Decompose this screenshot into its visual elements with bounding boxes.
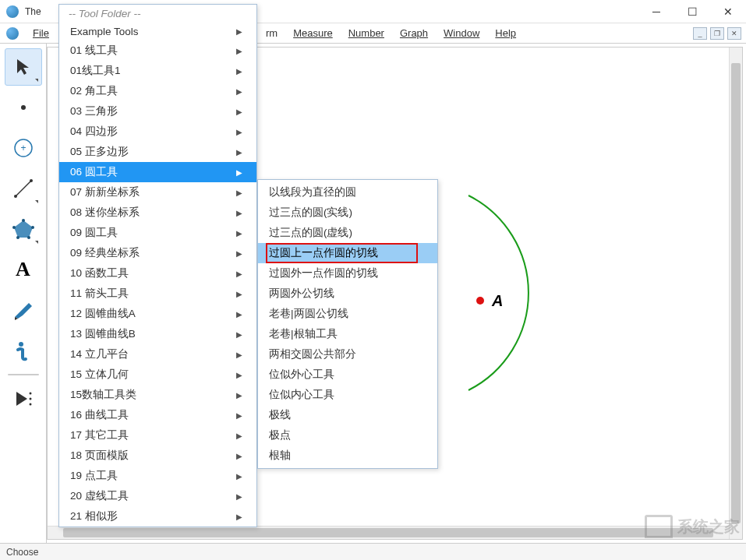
document-icon xyxy=(6,27,19,40)
menu-number[interactable]: Number xyxy=(341,23,392,43)
tools-menu-item[interactable]: 16 曲线工具▶ xyxy=(59,405,256,425)
tools-menu-item[interactable]: 21 相似形▶ xyxy=(59,506,256,527)
submenu-item[interactable]: 位似内心工具 xyxy=(258,385,437,405)
submenu-arrow-icon: ▶ xyxy=(236,431,242,440)
minimize-button[interactable]: ─ xyxy=(638,0,674,23)
info-tool[interactable] xyxy=(5,332,42,369)
maximize-button[interactable]: ☐ xyxy=(674,0,710,23)
submenu-item-label: 根轴 xyxy=(269,449,423,463)
submenu-item[interactable]: 过三点的圆(虚线) xyxy=(258,223,437,243)
mdi-minimize-button[interactable]: _ xyxy=(693,27,707,40)
mdi-restore-button[interactable]: ❐ xyxy=(710,27,724,40)
submenu-item[interactable]: 过圆上一点作圆的切线 xyxy=(258,243,437,263)
submenu-item-label: 过三点的圆(实线) xyxy=(269,206,423,220)
svg-point-16 xyxy=(476,297,484,305)
tools-menu-item[interactable]: 09 经典坐标系▶ xyxy=(59,243,256,263)
tools-menu-item[interactable]: 11 箭头工具▶ xyxy=(59,284,256,304)
custom-tool[interactable] xyxy=(5,380,42,417)
tools-menu-item[interactable]: 08 迷你坐标系▶ xyxy=(59,203,256,223)
svg-marker-6 xyxy=(14,220,33,238)
circle-tools-submenu: 以线段为直径的圆过三点的圆(实线)过三点的圆(虚线)过圆上一点作圆的切线过圆外一… xyxy=(257,179,438,469)
menu-item-label: 15 立体几何 xyxy=(70,368,217,382)
menu-transform[interactable]: rm xyxy=(258,23,285,43)
submenu-item-label: 位似外心工具 xyxy=(269,368,423,382)
submenu-arrow-icon: ▶ xyxy=(236,67,242,76)
menu-item-label: 01 线工具 xyxy=(70,44,217,58)
tools-menu-item[interactable]: 17 其它工具▶ xyxy=(59,425,256,446)
arrow-tool[interactable] xyxy=(5,48,42,86)
pentagon-icon xyxy=(12,217,35,241)
tools-menu-item[interactable]: 01线工具1▶ xyxy=(59,61,256,81)
tools-menu-item[interactable]: 09 圆工具▶ xyxy=(59,223,256,243)
submenu-item[interactable]: 极线 xyxy=(258,405,437,425)
submenu-item[interactable]: 两圆外公切线 xyxy=(258,284,437,304)
submenu-item[interactable]: 两相交圆公共部分 xyxy=(258,344,437,365)
tools-menu-item[interactable]: Example Tools▶ xyxy=(59,23,256,41)
submenu-item-label: 过圆上一点作圆的切线 xyxy=(269,246,423,260)
submenu-arrow-icon: ▶ xyxy=(236,391,242,400)
tools-menu-item[interactable]: 20 虚线工具▶ xyxy=(59,486,256,506)
menu-graph[interactable]: Graph xyxy=(392,23,436,43)
text-icon: A xyxy=(16,258,30,281)
mdi-close-button[interactable]: ✕ xyxy=(727,27,741,40)
dropdown-header: -- Tool Folder -- xyxy=(59,5,256,23)
point-icon xyxy=(14,98,33,117)
tools-menu-item[interactable]: 15数轴工具类▶ xyxy=(59,385,256,405)
menu-item-label: 16 曲线工具 xyxy=(70,408,217,422)
menu-item-label: Example Tools xyxy=(70,26,217,37)
submenu-item[interactable]: 老巷|根轴工具 xyxy=(258,324,437,344)
tools-menu-item[interactable]: 05 正多边形▶ xyxy=(59,142,256,162)
submenu-arrow-icon: ▶ xyxy=(236,188,242,197)
menu-help[interactable]: Help xyxy=(487,23,524,43)
vertical-scrollbar[interactable] xyxy=(729,48,742,539)
polygon-tool[interactable] xyxy=(5,210,42,248)
submenu-arrow-icon: ▶ xyxy=(236,350,242,359)
menu-item-label: 18 页面模版 xyxy=(70,449,217,463)
tools-menu-item[interactable]: 10 函数工具▶ xyxy=(59,263,256,284)
menu-item-label: 15数轴工具类 xyxy=(70,388,217,402)
tools-menu-item[interactable]: 19 点工具▶ xyxy=(59,466,256,486)
tools-menu-item[interactable]: 13 圆锥曲线B▶ xyxy=(59,324,256,344)
point-tool[interactable] xyxy=(5,89,42,126)
menu-item-label: 12 圆锥曲线A xyxy=(70,307,217,321)
submenu-item[interactable]: 根轴 xyxy=(258,446,437,466)
line-tool[interactable] xyxy=(5,170,42,207)
submenu-item[interactable]: 极点 xyxy=(258,425,437,446)
tools-menu-item[interactable]: 03 三角形▶ xyxy=(59,101,256,122)
submenu-item[interactable]: 位似外心工具 xyxy=(258,365,437,385)
menu-measure[interactable]: Measure xyxy=(285,23,341,43)
submenu-item[interactable]: 过三点的圆(实线) xyxy=(258,203,437,223)
submenu-item[interactable]: 以线段为直径的圆 xyxy=(258,182,437,203)
tools-menu-item[interactable]: 18 页面模版▶ xyxy=(59,446,256,466)
tools-menu-item[interactable]: 04 四边形▶ xyxy=(59,122,256,142)
submenu-arrow-icon: ▶ xyxy=(236,87,242,96)
menu-window[interactable]: Window xyxy=(436,23,487,43)
tools-menu-item[interactable]: 06 圆工具▶ xyxy=(59,162,256,182)
tools-menu-item[interactable]: 02 角工具▶ xyxy=(59,81,256,101)
submenu-item-label: 老巷|两圆公切线 xyxy=(269,307,423,321)
vertical-toolbar: + A xyxy=(0,44,47,543)
tools-menu-item[interactable]: 12 圆锥曲线A▶ xyxy=(59,304,256,324)
submenu-item[interactable]: 过圆外一点作圆的切线 xyxy=(258,263,437,284)
submenu-arrow-icon: ▶ xyxy=(236,290,242,298)
submenu-arrow-icon: ▶ xyxy=(236,330,242,339)
submenu-arrow-icon: ▶ xyxy=(236,310,242,319)
tools-menu-item[interactable]: 01 线工具▶ xyxy=(59,41,256,61)
menu-item-label: 05 正多边形 xyxy=(70,145,217,159)
menu-item-label: 01线工具1 xyxy=(70,64,217,78)
submenu-item[interactable]: 老巷|两圆公切线 xyxy=(258,304,437,324)
submenu-arrow-icon: ▶ xyxy=(236,512,242,521)
text-tool[interactable]: A xyxy=(5,251,42,288)
menu-file[interactable]: File xyxy=(25,23,57,43)
tools-menu-item[interactable]: 07 新新坐标系▶ xyxy=(59,182,256,203)
svg-point-0 xyxy=(21,105,26,110)
svg-point-5 xyxy=(30,179,33,182)
tools-menu-item[interactable]: 14 立几平台▶ xyxy=(59,344,256,365)
close-button[interactable]: ✕ xyxy=(710,0,746,23)
submenu-arrow-icon: ▶ xyxy=(236,209,242,217)
horizontal-scrollbar[interactable] xyxy=(48,526,729,539)
tools-menu-item[interactable]: 15 立体几何▶ xyxy=(59,365,256,385)
marker-tool[interactable] xyxy=(5,291,42,329)
marker-icon xyxy=(12,298,35,322)
circle-tool[interactable]: + xyxy=(5,129,42,167)
